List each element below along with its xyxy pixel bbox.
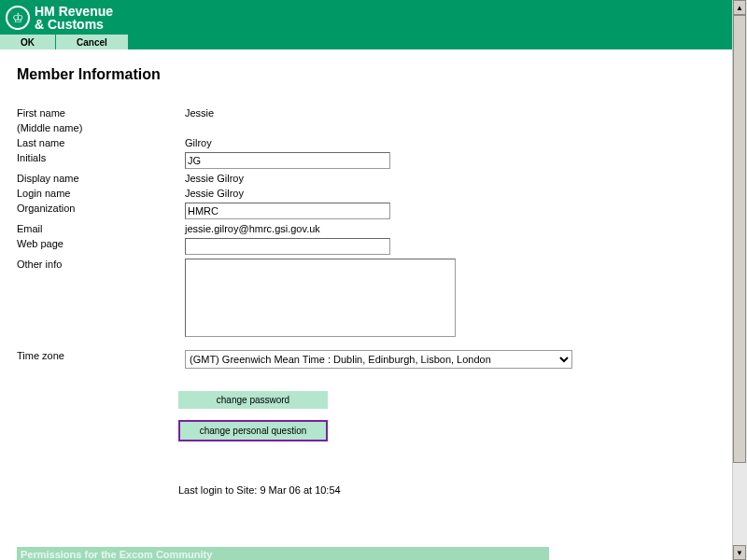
permissions-bar: Permissions for the Excom Community	[17, 547, 549, 560]
crown-icon: ♔	[6, 6, 30, 30]
label-email: Email	[17, 221, 185, 236]
last-login-text: Last login to Site: 9 Mar 06 at 10:54	[178, 484, 730, 496]
organization-field[interactable]	[185, 203, 390, 219]
value-middle-name	[185, 120, 572, 135]
logo: ♔ HM Revenue & Customs	[6, 5, 113, 31]
label-other-info: Other info	[17, 257, 185, 341]
label-login-name: Login name	[17, 186, 185, 201]
scroll-thumb[interactable]	[733, 15, 746, 463]
app-header: ♔ HM Revenue & Customs	[0, 0, 747, 35]
value-display-name: Jessie Gilroy	[185, 171, 572, 186]
value-email: jessie.gilroy@hmrc.gsi.gov.uk	[185, 221, 572, 236]
scroll-down-icon[interactable]: ▼	[733, 545, 746, 560]
member-form: First name Jessie (Middle name) Last nam…	[17, 105, 572, 371]
value-first-name: Jessie	[185, 105, 572, 120]
scroll-up-icon[interactable]: ▲	[733, 0, 746, 15]
change-password-button[interactable]: change password	[178, 391, 328, 409]
toolbar-spacer	[129, 35, 747, 49]
ok-button[interactable]: OK	[0, 35, 56, 49]
label-middle-name: (Middle name)	[17, 120, 185, 135]
page-title: Member Information	[17, 66, 730, 83]
vertical-scrollbar[interactable]: ▲ ▼	[732, 0, 747, 560]
value-login-name: Jessie Gilroy	[185, 186, 572, 201]
value-last-name: Gilroy	[185, 135, 572, 150]
other-info-field[interactable]	[185, 259, 456, 337]
toolbar: OK Cancel	[0, 35, 747, 49]
label-organization: Organization	[17, 201, 185, 221]
initials-field[interactable]	[185, 152, 390, 169]
change-personal-question-button[interactable]: change personal question	[178, 420, 328, 441]
content-area: Member Information First name Jessie (Mi…	[0, 49, 747, 496]
label-time-zone: Time zone	[17, 348, 185, 371]
label-last-name: Last name	[17, 135, 185, 150]
web-page-field[interactable]	[185, 238, 390, 255]
label-web-page: Web page	[17, 236, 185, 257]
time-zone-select[interactable]: (GMT) Greenwich Mean Time : Dublin, Edin…	[185, 350, 572, 369]
org-title-line1: HM Revenue	[35, 5, 113, 18]
label-initials: Initials	[17, 150, 185, 171]
org-title: HM Revenue & Customs	[35, 5, 113, 31]
cancel-button[interactable]: Cancel	[56, 35, 129, 49]
label-first-name: First name	[17, 105, 185, 120]
org-title-line2: & Customs	[35, 18, 113, 31]
label-display-name: Display name	[17, 171, 185, 186]
